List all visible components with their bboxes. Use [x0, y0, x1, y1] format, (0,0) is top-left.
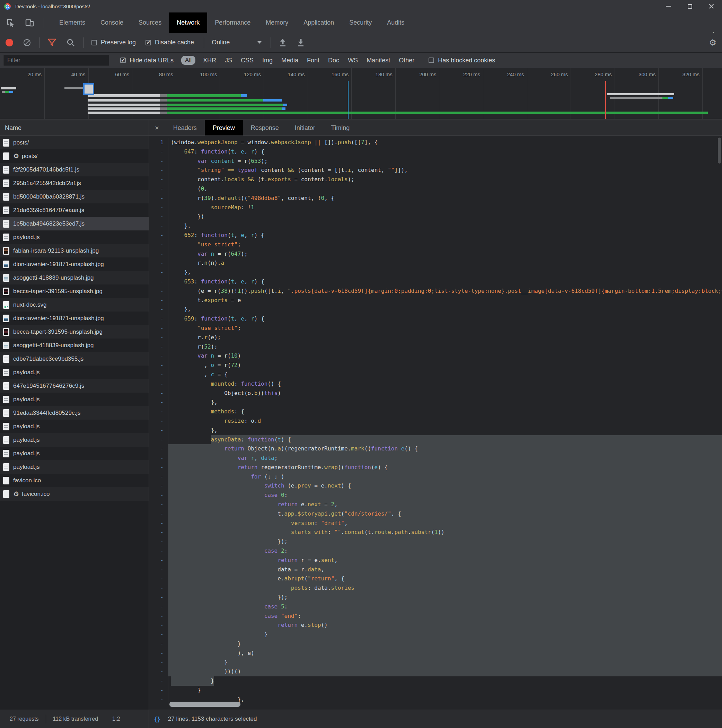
blocked-cookies-checkbox[interactable] [428, 58, 434, 63]
waterfall-bar [610, 97, 662, 99]
request-row[interactable]: nuxt-doc.svg [0, 298, 148, 312]
filter-type-doc[interactable]: Doc [328, 57, 339, 64]
close-button[interactable] [701, 0, 722, 12]
request-row[interactable]: bd50004b00ba60328871.js [0, 190, 148, 203]
request-row[interactable]: cdbe71dabec3ce9bd355.js [0, 352, 148, 366]
filter-type-other[interactable]: Other [399, 57, 415, 64]
device-toolbar-icon[interactable] [25, 18, 35, 28]
request-row[interactable]: payload.js [0, 460, 148, 474]
tab-audits[interactable]: Audits [379, 12, 412, 33]
code-line: - r(39).default)("498ddba8", content, !0… [149, 194, 722, 203]
import-har-icon[interactable] [278, 38, 287, 47]
tab-application[interactable]: Application [296, 12, 342, 33]
request-row[interactable]: asoggetti-418839-unsplash.jpg [0, 271, 148, 284]
image-thumbnail-icon [3, 328, 9, 336]
timeline-tick-label: 140 ms [274, 71, 305, 78]
throttling-dropdown[interactable]: Online [212, 39, 264, 46]
format-braces-icon[interactable]: {} [154, 715, 161, 723]
request-row[interactable]: fabian-irsara-92113-unsplash.jpg [0, 244, 148, 257]
request-row[interactable]: payload.js [0, 420, 148, 433]
horizontal-scrollbar[interactable] [170, 702, 240, 707]
waterfall-bar [167, 112, 708, 114]
detail-tab-initiator[interactable]: Initiator [287, 120, 323, 136]
code-line: - } [149, 658, 722, 667]
file-icon [3, 153, 9, 160]
request-row[interactable]: payload.js [0, 366, 148, 379]
request-row[interactable]: posts/ [0, 136, 148, 149]
close-detail-icon[interactable]: × [149, 120, 165, 136]
filter-type-media[interactable]: Media [281, 57, 298, 64]
waterfall-bar [662, 97, 668, 99]
line-number: - [149, 556, 168, 565]
preview-code-area[interactable]: 1(window.webpackJsonp = window.webpackJs… [149, 136, 722, 710]
line-number: - [149, 407, 168, 416]
settings-gear-icon[interactable]: ⚙ [709, 38, 716, 47]
line-number: - [149, 175, 168, 184]
code-line: - var n = r(647); [149, 249, 722, 259]
waterfall-bar [160, 107, 167, 110]
record-button[interactable] [6, 39, 13, 46]
preserve-log-checkbox[interactable] [92, 40, 97, 45]
filter-type-xhr[interactable]: XHR [203, 57, 216, 64]
filter-type-all[interactable]: All [181, 56, 196, 65]
request-row[interactable]: asoggetti-418839-unsplash.jpg [0, 338, 148, 352]
request-row[interactable]: 295b1a4255942dcbf2af.js [0, 176, 148, 190]
clear-icon[interactable] [24, 39, 31, 46]
filter-input[interactable] [3, 55, 109, 66]
detail-tab-response[interactable]: Response [243, 120, 287, 136]
minimize-button[interactable] [658, 0, 679, 12]
request-row[interactable]: dion-tavenier-191871-unsplash.jpg [0, 257, 148, 271]
request-row[interactable]: ⚙favicon.ico [0, 487, 148, 501]
name-column-header[interactable]: Name [0, 120, 148, 136]
status-bar: 27 requests 112 kB transferred 1.2 {} 27… [0, 710, 722, 728]
detail-tab-timing[interactable]: Timing [323, 120, 358, 136]
code-line: - )))() [149, 667, 722, 676]
tab-memory[interactable]: Memory [258, 12, 296, 33]
detail-tab-headers[interactable]: Headers [165, 120, 205, 136]
request-row[interactable]: payload.js [0, 447, 148, 460]
request-row[interactable]: f2f2905d470146bdc5f1.js [0, 163, 148, 176]
inspect-element-icon[interactable] [6, 18, 16, 28]
line-number: - [149, 268, 168, 277]
request-row[interactable]: dion-tavenier-191871-unsplash.jpg [0, 312, 148, 325]
tab-performance[interactable]: Performance [207, 12, 258, 33]
request-row[interactable]: 21da6359c8164707eaaa.js [0, 203, 148, 217]
export-har-icon[interactable] [297, 38, 305, 47]
code-line: - 653: function(t, e, r) { [149, 277, 722, 286]
request-row[interactable]: 91edaa3344ffcd80529c.js [0, 406, 148, 420]
request-row[interactable]: 647e19451677646276c9.js [0, 379, 148, 393]
disable-cache-checkbox[interactable] [145, 40, 151, 45]
request-row[interactable]: payload.js [0, 231, 148, 244]
timeline-tick-label: 160 ms [317, 71, 349, 78]
request-row[interactable]: favicon.ico [0, 474, 148, 487]
filter-type-css[interactable]: CSS [241, 57, 254, 64]
filter-type-img[interactable]: Img [262, 57, 273, 64]
request-row[interactable]: payload.js [0, 433, 148, 447]
request-row[interactable]: 1e5beab4946823e53ed7.js [0, 217, 148, 231]
tab-elements[interactable]: Elements [52, 12, 93, 33]
request-row[interactable]: ⚙posts/ [0, 149, 148, 163]
network-filter-bar: Hide data URLs AllXHRJSCSSImgMediaFontDo… [0, 53, 722, 68]
timeline-tick-label: 100 ms [186, 71, 217, 78]
filter-type-js[interactable]: JS [225, 57, 232, 64]
timeline-tick-label: 280 ms [581, 71, 612, 78]
tab-console[interactable]: Console [93, 12, 131, 33]
network-overview-timeline[interactable]: 20 ms40 ms60 ms80 ms100 ms120 ms140 ms16… [0, 68, 722, 119]
tab-sources[interactable]: Sources [131, 12, 169, 33]
line-number: - [149, 416, 168, 426]
detail-tab-preview[interactable]: Preview [205, 120, 243, 136]
request-row[interactable]: payload.js [0, 393, 148, 406]
tab-network[interactable]: Network [169, 12, 207, 33]
hide-data-urls-checkbox[interactable] [120, 58, 126, 63]
filter-type-ws[interactable]: WS [348, 57, 358, 64]
filter-type-font[interactable]: Font [307, 57, 320, 64]
tab-security[interactable]: Security [342, 12, 379, 33]
vertical-scrollbar[interactable] [718, 138, 721, 164]
filter-funnel-icon[interactable] [47, 38, 57, 47]
search-icon[interactable] [66, 38, 75, 47]
line-number: - [149, 166, 168, 175]
maximize-button[interactable] [679, 0, 701, 12]
request-row[interactable]: becca-tapert-391595-unsplash.jpg [0, 325, 148, 338]
request-row[interactable]: becca-tapert-391595-unsplash.jpg [0, 284, 148, 298]
filter-type-manifest[interactable]: Manifest [367, 57, 390, 64]
